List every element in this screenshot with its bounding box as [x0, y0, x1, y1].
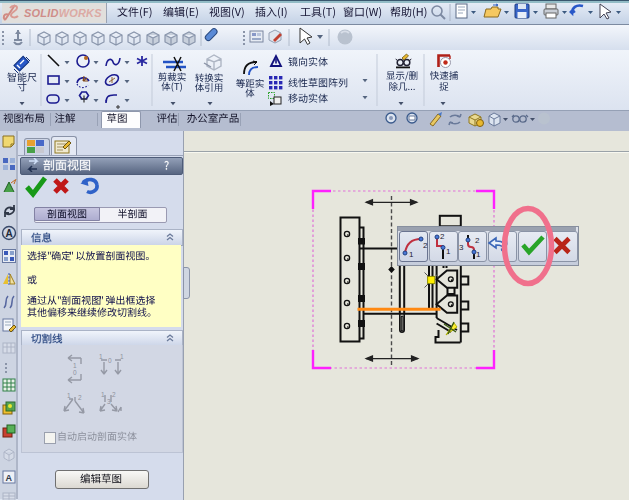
svg-text:A: A	[6, 228, 13, 239]
svg-text:1: 1	[409, 250, 414, 259]
svg-text:1: 1	[67, 392, 71, 399]
svg-text:2: 2	[78, 394, 82, 401]
svg-text:A: A	[6, 473, 13, 483]
svg-text:1: 1	[446, 247, 451, 256]
svg-text:2: 2	[112, 391, 116, 398]
svg-text:1: 1	[120, 353, 124, 360]
svg-text:1: 1	[476, 250, 481, 259]
svg-text:2: 2	[475, 236, 480, 245]
svg-text:1: 1	[99, 353, 103, 360]
svg-text:0: 0	[108, 357, 112, 364]
svg-text:2: 2	[423, 241, 428, 250]
svg-text:3: 3	[459, 243, 464, 252]
svg-text:SOLIDWORKS: SOLIDWORKS	[24, 7, 102, 19]
svg-text:1: 1	[73, 362, 77, 369]
svg-text:0: 0	[73, 369, 77, 376]
svg-text:3: 3	[107, 398, 111, 405]
svg-text:1: 1	[101, 391, 105, 398]
svg-text:2: 2	[440, 232, 445, 241]
